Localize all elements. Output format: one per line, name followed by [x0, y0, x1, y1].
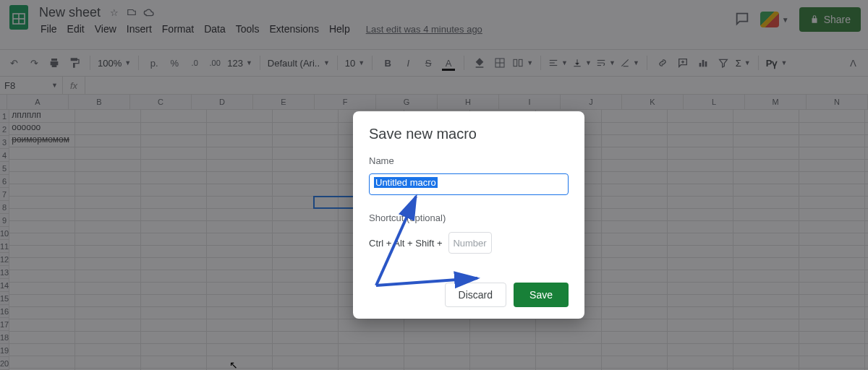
dialog-title: Save new macro [369, 126, 569, 142]
mouse-cursor-icon: ↖ [229, 359, 238, 370]
shortcut-prefix: Ctrl + Alt + Shift + [369, 238, 443, 249]
shortcut-number-input[interactable]: Number [448, 232, 492, 254]
macro-name-input[interactable]: Untitled macro [369, 173, 569, 195]
name-label: Name [369, 155, 569, 166]
discard-button[interactable]: Discard [445, 283, 506, 307]
save-button[interactable]: Save [514, 283, 569, 307]
save-macro-dialog: Save new macro Name Untitled macro Short… [353, 111, 584, 319]
shortcut-label: Shortcut (optional) [369, 212, 569, 223]
